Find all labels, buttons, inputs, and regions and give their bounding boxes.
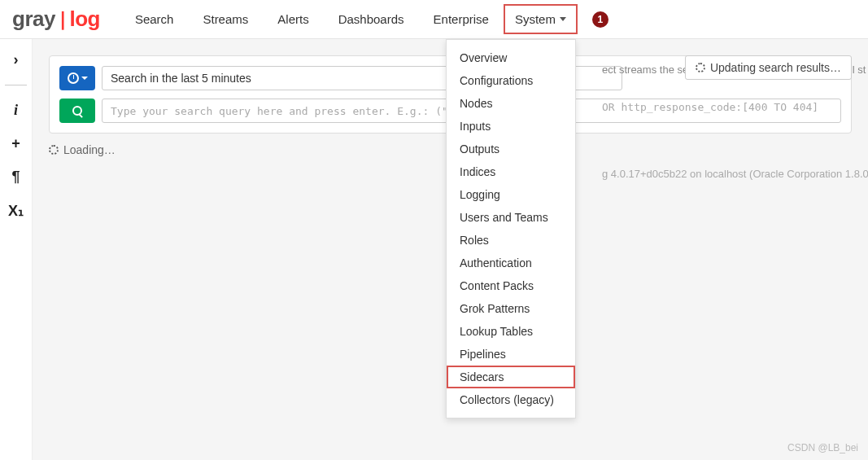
version-line: g 4.0.17+d0c5b22 on localhost (Oracle Co… bbox=[602, 168, 868, 180]
notification-badge[interactable]: 1 bbox=[592, 11, 608, 28]
search-button[interactable] bbox=[59, 99, 95, 123]
spinner-icon bbox=[49, 145, 59, 155]
nav-items: Search Streams Alerts Dashboards Enterpr… bbox=[120, 2, 608, 36]
nav-streams[interactable]: Streams bbox=[188, 2, 263, 36]
system-menu-content-packs[interactable]: Content Packs bbox=[447, 274, 575, 297]
sidebar-divider bbox=[5, 85, 27, 85]
search-icon bbox=[72, 106, 82, 116]
logo: gray❘log bbox=[12, 7, 100, 32]
pilcrow-icon[interactable]: ¶ bbox=[11, 169, 20, 186]
system-dropdown: OverviewConfigurationsNodesInputsOutputs… bbox=[446, 39, 576, 418]
logo-text-1: gray bbox=[12, 7, 55, 31]
xsub-icon[interactable]: X₁ bbox=[8, 202, 24, 220]
system-menu-pipelines[interactable]: Pipelines bbox=[447, 343, 575, 366]
system-menu-outputs[interactable]: Outputs bbox=[447, 138, 575, 160]
plus-icon[interactable]: + bbox=[11, 135, 20, 152]
chevron-down-icon bbox=[81, 77, 88, 80]
system-menu-sidecars[interactable]: Sidecars bbox=[447, 366, 575, 388]
query-hint-or: OR http_response_code:[400 TO 404] bbox=[602, 101, 818, 113]
system-menu-authentication[interactable]: Authentication bbox=[447, 252, 575, 274]
time-range-button[interactable] bbox=[59, 66, 95, 90]
system-menu-lookup-tables[interactable]: Lookup Tables bbox=[447, 320, 575, 343]
system-menu-roles[interactable]: Roles bbox=[447, 229, 575, 252]
updating-label: Updating search results… bbox=[710, 61, 841, 74]
nav-alerts[interactable]: Alerts bbox=[263, 2, 323, 36]
nav-system-label: System bbox=[515, 12, 556, 26]
system-menu-users-and-teams[interactable]: Users and Teams bbox=[447, 206, 575, 229]
spinner-icon bbox=[696, 63, 705, 72]
logo-text-2: log bbox=[69, 7, 100, 31]
system-menu-indices[interactable]: Indices bbox=[447, 160, 575, 183]
chevron-down-icon bbox=[560, 17, 566, 21]
system-menu-nodes[interactable]: Nodes bbox=[447, 92, 575, 115]
system-menu-inputs[interactable]: Inputs bbox=[447, 115, 575, 138]
logo-separator: ❘ bbox=[55, 9, 70, 29]
nav-search[interactable]: Search bbox=[120, 2, 189, 36]
system-menu-configurations[interactable]: Configurations bbox=[447, 69, 575, 92]
system-menu-collectors-legacy-[interactable]: Collectors (legacy) bbox=[447, 388, 575, 411]
clock-icon bbox=[68, 72, 79, 84]
expand-icon[interactable]: › bbox=[14, 51, 19, 68]
top-nav: gray❘log Search Streams Alerts Dashboard… bbox=[0, 0, 868, 39]
nav-enterprise[interactable]: Enterprise bbox=[419, 2, 504, 36]
loading-label: Loading… bbox=[63, 143, 116, 156]
updating-notice: Updating search results… bbox=[685, 55, 852, 80]
system-menu-logging[interactable]: Logging bbox=[447, 183, 575, 206]
left-sidebar: › i + ¶ X₁ bbox=[0, 39, 33, 460]
info-icon[interactable]: i bbox=[14, 102, 18, 119]
nav-system[interactable]: System bbox=[504, 4, 578, 34]
system-menu-overview[interactable]: Overview bbox=[447, 46, 575, 69]
system-menu-grok-patterns[interactable]: Grok Patterns bbox=[447, 297, 575, 320]
watermark: CSDN @LB_bei bbox=[787, 442, 858, 453]
nav-dashboards[interactable]: Dashboards bbox=[324, 2, 419, 36]
